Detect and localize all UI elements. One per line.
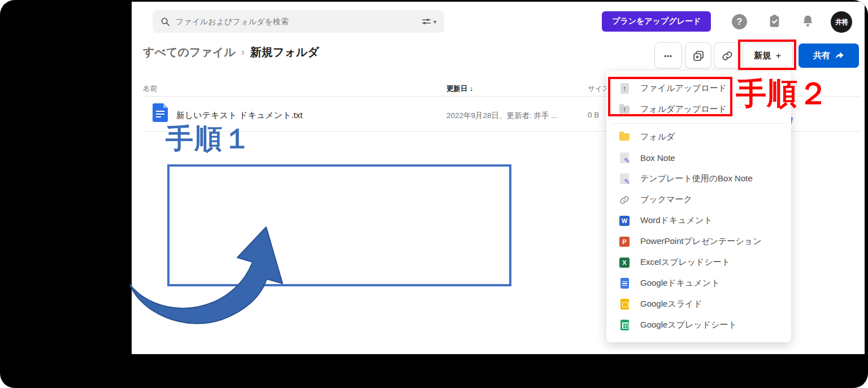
avatar-initials: 井将 (835, 18, 848, 27)
more-options-button[interactable]: ••• (654, 42, 682, 69)
powerpoint-icon: P (619, 236, 630, 247)
menu-item-box-note[interactable]: Box Note (606, 147, 791, 168)
upgrade-plan-button[interactable]: プランをアップグレード (602, 11, 711, 32)
menu-item-label: Googleドキュメント (640, 278, 719, 289)
sort-desc-icon: ↓ (470, 85, 473, 93)
menu-item-folder[interactable]: フォルダ (606, 127, 791, 147)
filter-sliders-icon (422, 18, 431, 25)
copy-link-button[interactable] (714, 42, 740, 69)
menu-item-label: Box Note (640, 153, 675, 163)
box-note-icon (619, 152, 630, 164)
help-glyph: ? (737, 17, 743, 27)
ellipsis-icon: ••• (664, 53, 672, 59)
menu-item-google-sheets[interactable]: Googleスプレッドシート (606, 315, 791, 335)
menu-divider (612, 123, 785, 124)
updated-header-label: 更新日 (446, 85, 468, 93)
link-icon (722, 50, 733, 62)
chevron-down-icon: ▾ (433, 19, 436, 25)
breadcrumb-separator: › (241, 46, 245, 58)
google-docs-icon (619, 278, 630, 289)
menu-item-label: フォルダ (640, 132, 675, 142)
share-button-label: 共有 (813, 50, 830, 61)
annotation-step1-label: 手順１ (166, 120, 252, 158)
file-name[interactable]: 新しいテキスト ドキュメント.txt (176, 110, 302, 121)
text-document-icon (153, 103, 168, 122)
menu-item-bookmark[interactable]: ブックマーク (606, 189, 791, 210)
tasks-clipboard-icon[interactable] (767, 14, 782, 29)
breadcrumb-all-files[interactable]: すべてのファイル (143, 45, 236, 60)
annotation-redbox-upload-items (608, 77, 732, 116)
search-icon (160, 17, 170, 27)
menu-item-label: Googleスライド (640, 299, 702, 309)
google-sheets-icon (619, 320, 630, 331)
menu-item-label: Excelスプレッドシート (640, 257, 730, 268)
menu-item-label: PowerPointプレゼンテーション (640, 236, 762, 247)
search-bar[interactable]: ▾ (153, 10, 444, 33)
search-input[interactable] (176, 17, 422, 26)
folder-icon (619, 132, 630, 143)
google-slides-icon (619, 299, 630, 310)
collections-button[interactable] (685, 42, 711, 69)
menu-item-label: ブックマーク (640, 194, 692, 205)
file-updated: 2022年9月28日、更新者: 井手 ... (446, 111, 558, 121)
word-icon: W (619, 215, 630, 226)
page-title: 新規フォルダ (250, 45, 319, 60)
box-note-template-icon (619, 173, 630, 185)
help-icon[interactable]: ? (732, 14, 747, 29)
screenshot-canvas: ▾ プランをアップグレード ? 井将 すべてのファイル › 新規フォルダ ••• (0, 0, 868, 388)
menu-item-label: Wordドキュメント (640, 215, 713, 226)
menu-item-label: Googleスプレッドシート (640, 320, 737, 330)
excel-icon: X (619, 257, 630, 268)
avatar[interactable]: 井将 (831, 11, 852, 33)
collections-star-icon (692, 50, 705, 62)
menu-item-powerpoint-presentation[interactable]: P PowerPointプレゼンテーション (606, 231, 791, 252)
file-size: 0 B (588, 111, 599, 119)
bookmark-link-icon (619, 194, 630, 206)
menu-item-word-document[interactable]: W Wordドキュメント (606, 210, 791, 231)
search-filter-button[interactable]: ▾ (422, 18, 436, 25)
bell-icon[interactable] (800, 14, 815, 29)
column-header-updated[interactable]: 更新日 ↓ (446, 84, 473, 94)
share-arrow-icon (835, 51, 844, 60)
menu-item-google-document[interactable]: Googleドキュメント (606, 273, 791, 294)
menu-item-label: テンプレート使用のBox Note (640, 173, 753, 184)
menu-item-box-note-template[interactable]: テンプレート使用のBox Note (606, 168, 791, 189)
annotation-step2-label: 手順２ (736, 73, 829, 115)
share-button[interactable]: 共有 (798, 43, 859, 68)
menu-item-excel-spreadsheet[interactable]: X Excelスプレッドシート (606, 252, 791, 273)
annotation-redbox-new-button (738, 40, 796, 70)
annotation-curved-arrow (125, 221, 306, 334)
column-header-name[interactable]: 名前 (143, 84, 157, 94)
breadcrumb: すべてのファイル › 新規フォルダ (143, 45, 319, 60)
menu-item-google-slides[interactable]: Googleスライド (606, 294, 791, 315)
